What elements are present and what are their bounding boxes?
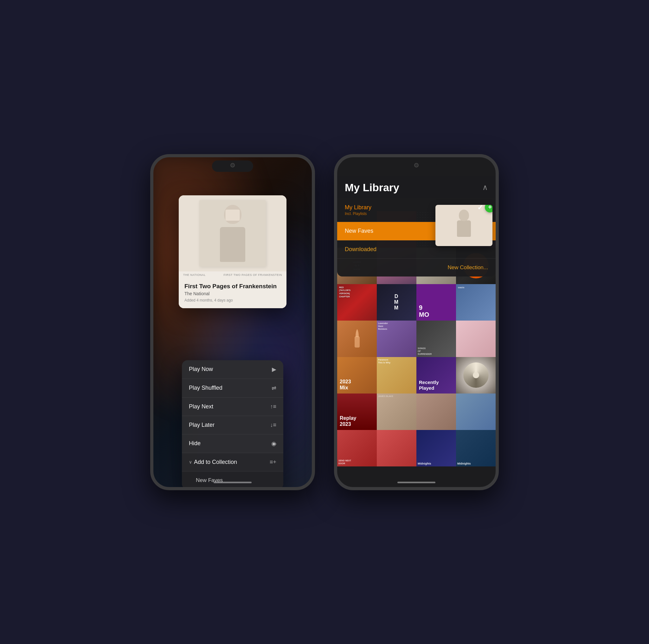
phone-my-library: My Library ∧ My Library Incl. Playlists … bbox=[334, 154, 499, 490]
grid-cell-lavender[interactable]: LavenderHazeRemixes bbox=[377, 321, 417, 357]
album-added-date: Added 4 months, 4 days ago bbox=[184, 298, 281, 303]
album-title-label: FIRST TWO PAGES OF FRANKENSTEIN bbox=[223, 273, 282, 277]
header-row: My Library ∧ bbox=[345, 182, 488, 194]
phone-context-menu: THE NATIONAL FIRST TWO PAGES OF FRANKENS… bbox=[150, 154, 315, 490]
grid-cell-songs[interactable]: SONGSOFSURRENDER bbox=[417, 321, 456, 357]
grid-cell-midnights1[interactable]: Midnights bbox=[417, 430, 456, 467]
menu-item-play-next[interactable]: Play Next ↑≡ bbox=[182, 398, 283, 416]
phone-camera bbox=[230, 163, 235, 167]
shuffle-icon: ⇌ bbox=[271, 385, 276, 392]
grid-cell-red-taylor[interactable]: RED(TAYLOR'SVERSION)CHAPTER bbox=[337, 284, 377, 321]
menu-item-new-faves[interactable]: New Faves bbox=[182, 472, 283, 489]
hand-svg bbox=[351, 328, 363, 350]
album-artist: The National bbox=[184, 291, 281, 296]
phone-camera bbox=[414, 163, 419, 167]
grid-cell-recently-played[interactable]: RecentlyPlayed bbox=[417, 357, 456, 394]
dropdown-new-collection[interactable]: New Collection... bbox=[337, 259, 495, 277]
collection-icon: ≡+ bbox=[270, 459, 276, 466]
later-icon: ↓≡ bbox=[270, 422, 276, 429]
album-art-labels: THE NATIONAL FIRST TWO PAGES OF FRANKENS… bbox=[179, 272, 287, 278]
grid-cell-oasis[interactable]: oasis bbox=[456, 284, 495, 321]
check-icon: ✓ bbox=[477, 205, 483, 212]
grid-cell-face[interactable] bbox=[417, 394, 456, 430]
9mo-label: 9MO bbox=[419, 304, 429, 318]
figure-head bbox=[224, 205, 242, 224]
chevron-down-icon: ∨ bbox=[189, 459, 192, 465]
chevron-up-icon[interactable]: ∧ bbox=[482, 183, 488, 192]
collection-expand: ∨ Add to Collection bbox=[189, 459, 237, 466]
grid-cell-midnights2[interactable]: Midnights bbox=[456, 430, 495, 467]
home-indicator bbox=[214, 482, 252, 483]
figure-body bbox=[220, 227, 245, 262]
grid-cell-hand[interactable] bbox=[337, 321, 377, 357]
album-art bbox=[179, 195, 287, 272]
grid-cell-replay2023: Replay2023 bbox=[337, 394, 377, 430]
grid-cell-paramore[interactable]: ParamoreThis Is Why bbox=[377, 357, 417, 394]
next-icon: ↑≡ bbox=[270, 403, 276, 410]
menu-item-play-later[interactable]: Play Later ↓≡ bbox=[182, 416, 283, 434]
featured-album: + ✓ bbox=[435, 205, 492, 246]
replay2023-label: Replay2023 bbox=[340, 415, 356, 427]
album-figure bbox=[455, 210, 473, 241]
grid-cell-cd[interactable] bbox=[456, 357, 495, 394]
recently-played-label: RecentlyPlayed bbox=[419, 379, 439, 391]
menu-item-add-collection[interactable]: ∨ Add to Collection ≡+ bbox=[182, 453, 283, 472]
grid-cell-2023mix: 2023Mix bbox=[337, 357, 377, 394]
library-title: My Library bbox=[345, 182, 399, 194]
grid-cell-depeche[interactable]: DMM bbox=[377, 284, 417, 321]
hide-icon: ◉̶ bbox=[271, 440, 276, 447]
menu-item-hide[interactable]: Hide ◉̶ bbox=[182, 434, 283, 453]
context-menu: Play Now ▶ Play Shuffled ⇌ Play Next ↑≡ … bbox=[182, 360, 283, 489]
grid-cell-9mo: 9MO bbox=[417, 284, 456, 321]
2023mix-label: 2023Mix bbox=[340, 378, 351, 391]
album-card-info: First Two Pages of Frankenstein The Nati… bbox=[179, 278, 287, 308]
figure-mask bbox=[226, 210, 240, 221]
mini-head bbox=[459, 210, 469, 221]
grid-cell-pink[interactable] bbox=[456, 321, 495, 357]
grid-cell-james[interactable]: JAMES BLAKE bbox=[377, 394, 417, 430]
grid-cell-send[interactable]: SEND NEXTDOOR bbox=[337, 430, 377, 467]
svg-rect-0 bbox=[355, 336, 360, 348]
library-header: My Library ∧ bbox=[337, 176, 495, 198]
grid-cell-send2[interactable] bbox=[377, 430, 417, 467]
album-card: THE NATIONAL FIRST TWO PAGES OF FRANKENS… bbox=[179, 195, 287, 308]
album-artist-label: THE NATIONAL bbox=[183, 273, 206, 277]
menu-item-play-shuffled[interactable]: Play Shuffled ⇌ bbox=[182, 379, 283, 398]
menu-item-play-now[interactable]: Play Now ▶ bbox=[182, 360, 283, 379]
play-icon: ▶ bbox=[272, 366, 276, 373]
featured-album-art bbox=[435, 205, 492, 246]
album-title: First Two Pages of Frankenstein bbox=[184, 283, 281, 290]
grid-cell-mountain[interactable] bbox=[456, 394, 495, 430]
mini-body bbox=[457, 220, 471, 237]
